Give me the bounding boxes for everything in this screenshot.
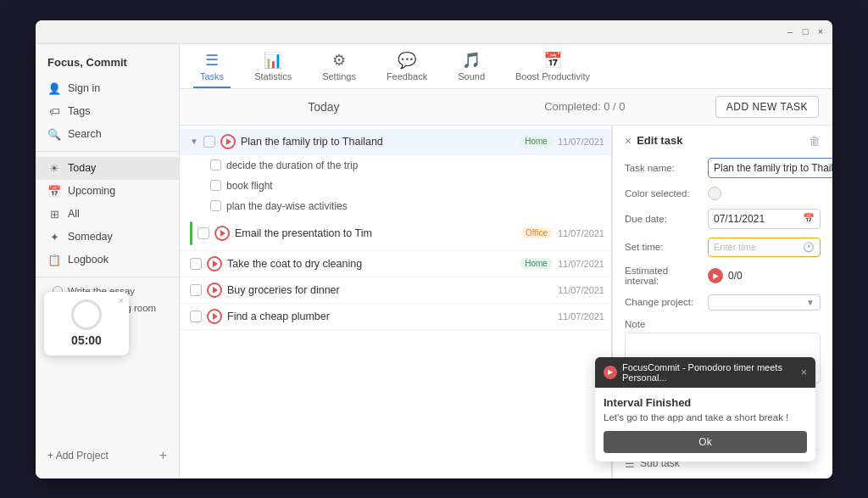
toolbar-feedback-label: Feedback xyxy=(387,71,427,81)
task-checkbox-1[interactable] xyxy=(203,136,215,148)
subtask-check-1[interactable] xyxy=(210,159,221,171)
task-group-1: ▼ Plan the family trip to Thailand Home … xyxy=(180,129,611,216)
task-item-1[interactable]: ▼ Plan the family trip to Thailand Home … xyxy=(180,129,611,155)
settings-icon: ⚙ xyxy=(332,51,346,70)
task-item-3[interactable]: Take the coat to dry cleaning Home 11/07… xyxy=(180,251,611,277)
sun-icon: ☀ xyxy=(47,162,61,175)
toast-message: Let's go to the app and take a short bre… xyxy=(604,412,807,422)
toolbar-settings[interactable]: ⚙ Settings xyxy=(315,48,363,88)
task-list: ▼ Plan the family trip to Thailand Home … xyxy=(180,126,612,478)
book-icon: 📋 xyxy=(47,254,61,266)
task-name-3: Take the coat to dry cleaning xyxy=(227,258,515,270)
due-date-input[interactable]: 07/11/2021 📅 xyxy=(708,209,821,229)
subtask-item-1[interactable]: decide the duration of the trip xyxy=(180,155,611,176)
task-item-4[interactable]: Buy groceries for dinner 11/07/2021 xyxy=(180,277,611,304)
toolbar-tasks[interactable]: ☰ Tasks xyxy=(193,48,231,88)
task-name-5: Find a cheap plumber xyxy=(227,311,553,322)
sidebar-item-all[interactable]: ⊞ All xyxy=(36,203,179,226)
calendar-icon: 📅 xyxy=(47,185,61,198)
due-date-label: Due date: xyxy=(625,214,701,224)
task-checkbox-4[interactable] xyxy=(190,284,202,296)
sidebar-footer: + Add Project + xyxy=(36,441,179,470)
task-date-3: 11/07/2021 xyxy=(558,259,604,269)
maximize-button[interactable]: □ xyxy=(800,26,810,36)
edit-panel-title: Edit task xyxy=(637,134,682,147)
sidebar-logbook-label: Logbook xyxy=(68,254,108,266)
sidebar-item-today[interactable]: ☀ Today xyxy=(36,157,179,180)
sidebar-search-label: Search xyxy=(68,128,102,140)
grid-icon: ⊞ xyxy=(47,208,61,221)
sidebar-item-someday[interactable]: ✦ Someday xyxy=(36,226,179,249)
task-tag-1: Home xyxy=(520,136,553,147)
interval-field-row: Estimated interval: ▶ 0/0 xyxy=(625,266,821,286)
subtask-label-3: plan the day-wise activities xyxy=(226,200,348,212)
toolbar-boost[interactable]: 📅 Boost Productivity xyxy=(509,48,597,88)
toast-notification: ▶ FocusCommit - Pomodoro timer meets Per… xyxy=(595,357,815,462)
sidebar-item-logbook[interactable]: 📋 Logbook xyxy=(36,249,179,271)
task-checkbox-5[interactable] xyxy=(190,311,202,322)
content-header-title: Today xyxy=(193,100,454,114)
toolbar-boost-label: Boost Productivity xyxy=(515,71,590,81)
project-select[interactable]: ▼ xyxy=(708,294,821,311)
task-checkbox-2[interactable] xyxy=(198,227,209,239)
toolbar-feedback[interactable]: 💬 Feedback xyxy=(380,48,434,88)
add-project-button[interactable]: + Add Project xyxy=(47,450,108,462)
toast-header: ▶ FocusCommit - Pomodoro timer meets Per… xyxy=(595,357,815,388)
sidebar-item-search[interactable]: 🔍 Search xyxy=(36,123,179,146)
task-item-5[interactable]: Find a cheap plumber 11/07/2021 xyxy=(180,304,611,330)
task-play-4[interactable] xyxy=(207,283,222,298)
tasks-icon: ☰ xyxy=(205,51,219,70)
subtask-check-3[interactable] xyxy=(210,200,221,211)
sidebar-item-signin[interactable]: 👤 Sign in xyxy=(36,77,179,100)
task-play-3[interactable] xyxy=(207,256,222,271)
subtask-label-2: book flight xyxy=(226,180,273,192)
toolbar-sound[interactable]: 🎵 Sound xyxy=(451,48,492,88)
minimize-button[interactable]: – xyxy=(785,26,795,36)
sidebar-item-tags[interactable]: 🏷 Tags xyxy=(36,100,179,123)
boost-icon: 📅 xyxy=(543,51,562,70)
close-button[interactable]: × xyxy=(815,26,826,36)
note-label: Note xyxy=(625,319,821,329)
top-toolbar: ☰ Tasks 📊 Statistics ⚙ Settings 💬 Feedba… xyxy=(180,44,832,89)
subtask-item-2[interactable]: book flight xyxy=(180,176,611,196)
task-play-2[interactable] xyxy=(214,226,230,241)
task-checkbox-3[interactable] xyxy=(190,258,202,270)
toast-ok-button[interactable]: Ok xyxy=(604,431,807,453)
subtask-item-3[interactable]: plan the day-wise activities xyxy=(180,196,611,216)
edit-panel-close-button[interactable]: × xyxy=(625,134,632,148)
set-time-input[interactable]: Enter time 🕐 xyxy=(708,238,821,257)
timer-overlay: × 05:00 xyxy=(44,292,129,355)
search-icon: 🔍 xyxy=(47,128,61,141)
add-icon[interactable]: + xyxy=(159,448,167,463)
add-task-button[interactable]: ADD NEW TASK xyxy=(715,96,819,118)
subtask-check-2[interactable] xyxy=(210,180,221,191)
chevron-icon: ▼ xyxy=(190,137,198,146)
task-name-label: Task name: xyxy=(625,163,701,173)
timer-close-button[interactable]: × xyxy=(119,295,124,305)
task-date-5: 11/07/2021 xyxy=(558,311,604,322)
sidebar-signin-label: Sign in xyxy=(68,82,100,94)
task-name-input[interactable] xyxy=(708,158,832,178)
task-name-1: Plan the family trip to Thailand xyxy=(241,136,515,148)
delete-task-button[interactable]: 🗑 xyxy=(809,134,821,148)
edit-panel-header: × Edit task 🗑 xyxy=(625,134,821,148)
interval-value: 0/0 xyxy=(728,270,743,282)
color-field-row: Color selected: xyxy=(625,187,821,200)
task-play-1[interactable] xyxy=(220,134,236,149)
task-item-2[interactable]: Email the presentation to Tim Office 11/… xyxy=(180,216,611,251)
title-bar-controls: – □ × xyxy=(785,26,826,36)
sidebar-item-upcoming[interactable]: 📅 Upcoming xyxy=(36,180,179,203)
color-picker[interactable] xyxy=(708,187,721,200)
sidebar-all-label: All xyxy=(68,208,80,220)
toast-heading: Interval Finished xyxy=(604,396,807,409)
set-time-label: Set time: xyxy=(625,242,701,252)
sidebar: Focus, Commit 👤 Sign in 🏷 Tags 🔍 Search … xyxy=(36,44,180,478)
task-play-5[interactable] xyxy=(207,309,222,324)
feedback-icon: 💬 xyxy=(398,51,416,70)
sidebar-app-title: Focus, Commit xyxy=(36,53,179,77)
toast-close-button[interactable]: × xyxy=(800,366,807,378)
user-icon: 👤 xyxy=(47,82,61,95)
toolbar-statistics[interactable]: 📊 Statistics xyxy=(248,48,298,88)
set-time-field-row: Set time: Enter time 🕐 xyxy=(625,238,821,257)
project-label: Change project: xyxy=(625,297,701,307)
